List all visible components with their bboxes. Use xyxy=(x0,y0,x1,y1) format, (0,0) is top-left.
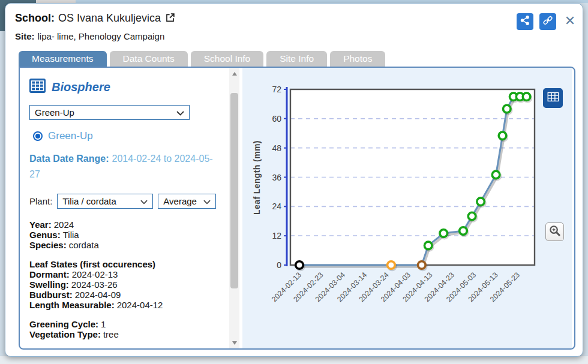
school-title: School:OS Ivana Kukuljevica xyxy=(15,12,175,26)
leaf-state-row: Swelling:2024-03-26 xyxy=(29,279,220,290)
y-tick-label: 0 xyxy=(277,260,281,270)
length-measurable-value: 2024-04-12 xyxy=(117,300,163,310)
plant-row: Plant: Tilia / cordata Average xyxy=(29,194,220,209)
vegetation-type-line: Vegetation Type:tree xyxy=(29,329,220,339)
plant-select-value: Tilia / cordata xyxy=(62,196,116,206)
data-point-leaf[interactable] xyxy=(503,105,511,113)
radio-dot xyxy=(35,134,40,139)
budburst-value: 2024-04-09 xyxy=(75,290,121,300)
data-point-dormant[interactable] xyxy=(296,261,304,269)
share-button[interactable] xyxy=(517,13,533,30)
share-icon xyxy=(520,15,530,28)
sidebar-scrollbar[interactable] xyxy=(229,68,239,348)
dormant-value: 2024-02-13 xyxy=(72,269,118,279)
plant-label: Plant: xyxy=(29,196,52,206)
data-point-leaf[interactable] xyxy=(440,230,448,237)
leaf-length-chart: 01224364860722024-02-132024-02-232024-03… xyxy=(242,68,572,341)
data-date-range: Data Date Range:2014-02-24 to 2024-05-27 xyxy=(29,151,220,183)
species-line: Species:cordata xyxy=(29,240,220,250)
statistic-select-value: Average xyxy=(163,196,197,206)
y-tick-label: 24 xyxy=(272,201,281,211)
year-label: Year: xyxy=(29,219,52,230)
vegetation-type-value: tree xyxy=(103,329,119,339)
data-table-icon xyxy=(546,91,560,106)
y-tick-label: 12 xyxy=(272,231,281,240)
y-tick-label: 60 xyxy=(272,114,281,124)
school-name: OS Ivana Kukuljevica xyxy=(58,12,161,24)
genus-value: Tilia xyxy=(63,230,79,240)
zoom-chart-button[interactable] xyxy=(545,222,564,241)
plant-details: Year:2024 Genus:Tilia Species:cordata xyxy=(29,219,220,250)
data-point-leaf[interactable] xyxy=(499,132,506,140)
greening-cycle-label: Greening Cycle: xyxy=(29,319,98,329)
date-range-label: Data Date Range: xyxy=(29,154,109,164)
leaf-states-title: Leaf States (first occurences) xyxy=(29,259,220,269)
data-point-leaf[interactable] xyxy=(460,227,467,235)
swelling-value: 2024-03-26 xyxy=(71,279,118,290)
close-icon[interactable]: ✕ xyxy=(562,13,578,29)
site-label: Site: xyxy=(15,31,35,41)
page-background-bottom xyxy=(0,356,588,364)
cycle-details: Greening Cycle:1 Vegetation Type:tree xyxy=(29,319,220,339)
data-point-budburst[interactable] xyxy=(418,261,426,269)
leaf-state-row: Budburst:2024-04-09 xyxy=(29,290,220,300)
year-value: 2024 xyxy=(54,219,74,230)
greening-cycle-value: 1 xyxy=(101,319,106,329)
section-title: Biosphere xyxy=(52,80,110,94)
tab-data-counts[interactable]: Data Counts xyxy=(110,51,188,67)
leaf-states: Leaf States (first occurences) Dormant:2… xyxy=(29,259,220,310)
dormant-label: Dormant: xyxy=(29,269,70,279)
data-point-leaf[interactable] xyxy=(477,198,485,206)
species-value: cordata xyxy=(69,240,99,250)
y-tick-label: 36 xyxy=(272,173,281,182)
tab-bar: Measurements Data Counts School Info Sit… xyxy=(19,51,385,67)
scrollbar-thumb[interactable] xyxy=(230,93,238,288)
data-table-icon xyxy=(29,79,46,95)
tab-photos[interactable]: Photos xyxy=(330,51,385,67)
greenup-radio-row: Green-Up xyxy=(33,130,220,142)
tab-measurements[interactable]: Measurements xyxy=(19,51,107,67)
budburst-label: Budburst: xyxy=(29,290,73,300)
open-in-new-icon[interactable] xyxy=(165,13,175,26)
chevron-down-icon xyxy=(203,196,211,206)
y-axis-label: Leaf Length (mm) xyxy=(252,136,262,219)
data-point-leaf[interactable] xyxy=(492,171,500,179)
plant-select[interactable]: Tilia / cordata xyxy=(57,194,153,209)
greenup-radio-label: Green-Up xyxy=(48,130,93,142)
school-dialog: School:OS Ivana Kukuljevica Site:lipa- l… xyxy=(5,3,583,357)
tab-site-info[interactable]: Site Info xyxy=(266,51,327,67)
site-value: lipa- lime, Phenology Campaign xyxy=(38,31,165,41)
sidebar: Biosphere Green-Up Green-Up Data Date Ra… xyxy=(20,68,229,348)
year-line: Year:2024 xyxy=(29,219,220,230)
scroll-down-icon[interactable] xyxy=(229,338,239,348)
vegetation-type-label: Vegetation Type: xyxy=(29,329,101,339)
statistic-select[interactable]: Average xyxy=(158,194,216,209)
data-point-leaf[interactable] xyxy=(523,93,530,101)
data-point-swelling[interactable] xyxy=(388,261,395,269)
copy-link-button[interactable] xyxy=(539,13,556,30)
protocol-select[interactable]: Green-Up xyxy=(29,105,190,120)
protocol-select-value: Green-Up xyxy=(35,107,74,118)
data-point-leaf[interactable] xyxy=(424,242,432,249)
species-label: Species: xyxy=(29,240,67,250)
greenup-radio[interactable] xyxy=(33,131,43,141)
site-subtitle: Site:lipa- lime, Phenology Campaign xyxy=(15,31,164,41)
leaf-state-row: Dormant:2024-02-13 xyxy=(29,269,220,279)
magnifier-plus-icon xyxy=(548,224,561,239)
genus-label: Genus: xyxy=(29,230,61,240)
greening-cycle-line: Greening Cycle:1 xyxy=(29,319,220,329)
leaf-state-row: Length Measurable:2024-04-12 xyxy=(29,300,220,310)
school-label: School: xyxy=(15,12,55,24)
y-tick-label: 72 xyxy=(272,85,281,94)
genus-line: Genus:Tilia xyxy=(29,230,220,240)
show-data-table-button[interactable] xyxy=(543,88,563,108)
tab-school-info[interactable]: School Info xyxy=(191,51,264,67)
chevron-down-icon xyxy=(176,107,184,118)
swelling-label: Swelling: xyxy=(29,279,69,290)
scroll-up-icon[interactable] xyxy=(229,68,239,79)
y-tick-label: 48 xyxy=(272,143,281,153)
measurements-panel: Biosphere Green-Up Green-Up Data Date Ra… xyxy=(19,67,575,350)
data-point-leaf[interactable] xyxy=(468,212,476,220)
chart-panel: 01224364860722024-02-132024-02-232024-03… xyxy=(242,68,572,348)
chain-link-icon xyxy=(542,15,553,28)
